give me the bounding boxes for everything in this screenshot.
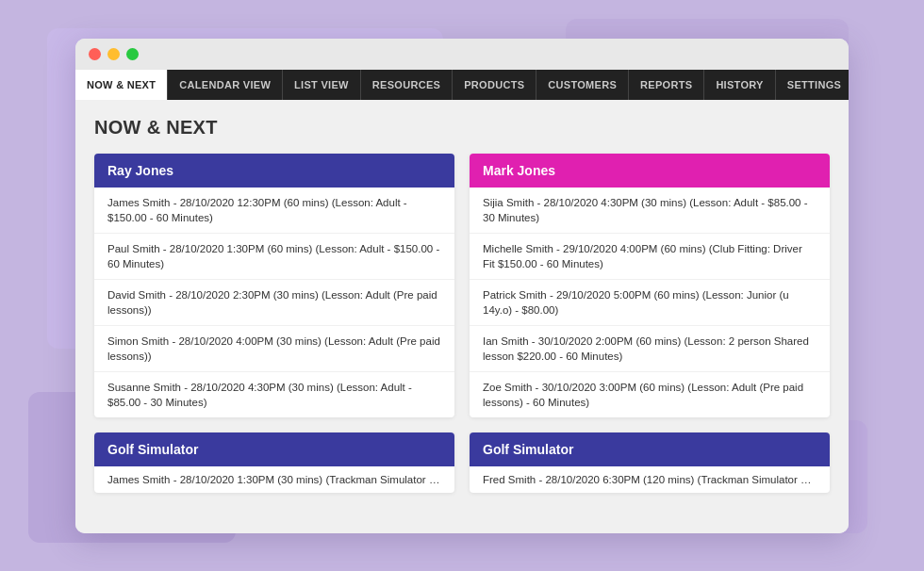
list-item: Paul Smith - 28/10/2020 1:30PM (60 mins)…	[94, 234, 454, 280]
title-bar	[75, 39, 849, 70]
app-window: NOW & NEXT CALENDAR VIEW LIST VIEW RESOU…	[75, 39, 849, 533]
nav-calendar-view[interactable]: CALENDAR VIEW	[168, 70, 283, 100]
card-header-mark-jones: Mark Jones	[470, 154, 830, 188]
list-item: Zoe Smith - 30/10/2020 3:00PM (60 mins) …	[470, 372, 830, 417]
close-button[interactable]	[89, 48, 101, 60]
list-item: Susanne Smith - 28/10/2020 4:30PM (30 mi…	[94, 372, 454, 417]
card-header-ray-jones: Ray Jones	[94, 154, 454, 188]
list-item: Simon Smith - 28/10/2020 4:00PM (30 mins…	[94, 326, 454, 372]
list-item: James Smith - 28/10/2020 1:30PM (30 mins…	[94, 466, 454, 493]
list-item: Fred Smith - 28/10/2020 6:30PM (120 mins…	[470, 466, 830, 493]
minimize-button[interactable]	[107, 48, 120, 60]
card-body-mark-jones: Sijia Smith - 28/10/2020 4:30PM (30 mins…	[470, 188, 830, 418]
list-item: Michelle Smith - 29/10/2020 4:00PM (60 m…	[470, 234, 830, 280]
nav-resources[interactable]: RESOURCES	[361, 70, 453, 100]
card-body-ray-jones: James Smith - 28/10/2020 12:30PM (60 min…	[94, 188, 454, 418]
nav-now-and-next[interactable]: NOW & NEXT	[75, 70, 168, 100]
card-golf-simulator-1: Golf Simulator James Smith - 28/10/2020 …	[94, 432, 454, 493]
cards-grid: Ray Jones James Smith - 28/10/2020 12:30…	[94, 154, 830, 494]
page-title: NOW & NEXT	[94, 117, 830, 139]
card-golf-simulator-2: Golf Simulator Fred Smith - 28/10/2020 6…	[470, 432, 830, 493]
list-item: Ian Smith - 30/10/2020 2:00PM (60 mins) …	[470, 326, 830, 372]
nav-customers[interactable]: CUSTOMERS	[536, 70, 629, 100]
nav-bar: NOW & NEXT CALENDAR VIEW LIST VIEW RESOU…	[75, 70, 849, 100]
nav-settings[interactable]: SETTINGS	[776, 70, 849, 100]
content-area: NOW & NEXT Ray Jones James Smith - 28/10…	[75, 100, 849, 533]
card-body-golf-sim-2: Fred Smith - 28/10/2020 6:30PM (120 mins…	[470, 466, 830, 493]
card-header-golf-sim-2: Golf Simulator	[470, 432, 830, 466]
card-header-golf-sim-1: Golf Simulator	[94, 432, 454, 466]
card-mark-jones: Mark Jones Sijia Smith - 28/10/2020 4:30…	[470, 154, 830, 418]
nav-reports[interactable]: REPORTS	[629, 70, 704, 100]
maximize-button[interactable]	[126, 48, 139, 60]
nav-list-view[interactable]: LIST VIEW	[283, 70, 361, 100]
nav-products[interactable]: PRODUCTS	[453, 70, 536, 100]
nav-history[interactable]: HISTORY	[704, 70, 775, 100]
list-item: James Smith - 28/10/2020 12:30PM (60 min…	[94, 188, 454, 234]
card-body-golf-sim-1: James Smith - 28/10/2020 1:30PM (30 mins…	[94, 466, 454, 493]
card-ray-jones: Ray Jones James Smith - 28/10/2020 12:30…	[94, 154, 454, 418]
list-item: Patrick Smith - 29/10/2020 5:00PM (60 mi…	[470, 280, 830, 326]
list-item: Sijia Smith - 28/10/2020 4:30PM (30 mins…	[470, 188, 830, 234]
list-item: David Smith - 28/10/2020 2:30PM (30 mins…	[94, 280, 454, 326]
